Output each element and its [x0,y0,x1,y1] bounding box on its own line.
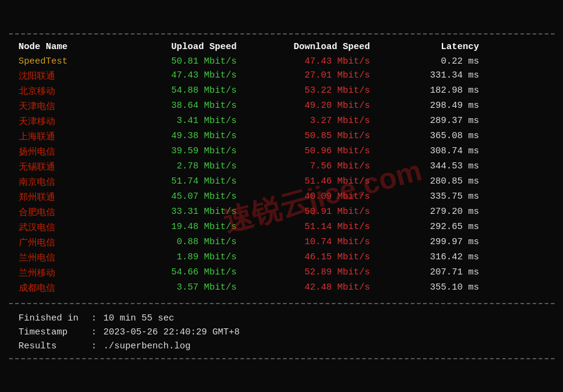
cell-download: 10.74 Mbit/s [249,237,382,248]
table-body: SpeedTest 50.81 Mbit/s 47.43 Mbit/s 0.22… [19,55,545,296]
table-row: 无锡联通 2.78 Mbit/s 7.56 Mbit/s 344.53 ms [19,159,545,174]
cell-node: 兰州电信 [19,252,116,264]
footer-timestamp-label: Timestamp [19,327,92,337]
cell-latency: 279.20 ms [382,207,479,218]
cell-download: 47.43 Mbit/s [249,56,382,67]
cell-download: 40.09 Mbit/s [249,191,382,203]
cell-node: 合肥电信 [19,207,116,218]
table-row: 郑州联通 45.07 Mbit/s 40.09 Mbit/s 335.75 ms [19,190,545,205]
table-row: 武汉电信 19.48 Mbit/s 51.14 Mbit/s 292.65 ms [19,220,545,235]
cell-download: 7.56 Mbit/s [249,161,382,173]
cell-latency: 182.98 ms [382,85,479,97]
cell-node: 成都电信 [19,282,116,294]
cell-node: 无锡联通 [19,161,116,173]
table-row: 天津电信 38.64 Mbit/s 49.20 Mbit/s 298.49 ms [19,99,545,114]
cell-download: 3.27 Mbit/s [249,116,382,127]
table-header: Node Name Upload Speed Download Speed La… [19,39,545,55]
footer-finished-label: Finished in [19,313,92,324]
header-latency: Latency [382,42,479,52]
cell-download: 50.85 Mbit/s [249,131,382,142]
cell-latency: 308.74 ms [382,146,479,158]
cell-download: 51.46 Mbit/s [249,176,382,188]
cell-node: 武汉电信 [19,222,116,233]
header-upload: Upload Speed [116,42,249,52]
cell-download: 53.22 Mbit/s [249,85,382,97]
cell-upload: 49.38 Mbit/s [116,131,249,142]
cell-upload: 19.48 Mbit/s [116,222,249,233]
cell-node: 天津移动 [19,116,116,127]
footer-colon-1: : [92,313,104,324]
header-download: Download Speed [249,42,382,52]
footer-timestamp-row: Timestamp : 2023-05-26 22:40:29 GMT+8 [19,325,545,339]
cell-latency: 344.53 ms [382,161,479,173]
cell-node: 扬州电信 [19,146,116,158]
table-row: 沈阳联通 47.43 Mbit/s 27.01 Mbit/s 331.34 ms [19,68,545,84]
cell-upload: 33.31 Mbit/s [116,207,249,218]
cell-latency: 207.71 ms [382,267,479,279]
cell-node: 天津电信 [19,101,116,112]
cell-upload: 50.81 Mbit/s [116,56,249,67]
table-row: 广州电信 0.88 Mbit/s 10.74 Mbit/s 299.97 ms [19,235,545,250]
table-row: 兰州移动 54.66 Mbit/s 52.89 Mbit/s 207.71 ms [19,265,545,281]
cell-latency: 316.42 ms [382,252,479,264]
table-row: 北京移动 54.88 Mbit/s 53.22 Mbit/s 182.98 ms [19,84,545,99]
table-row: 兰州电信 1.89 Mbit/s 46.15 Mbit/s 316.42 ms [19,250,545,265]
table-row: 扬州电信 39.59 Mbit/s 50.96 Mbit/s 308.74 ms [19,144,545,159]
cell-latency: 0.22 ms [382,56,479,67]
main-container: 速锐云jice.com Node Name Upload Speed Downl… [9,27,555,365]
cell-upload: 3.41 Mbit/s [116,116,249,127]
footer-colon-2: : [92,327,104,337]
cell-upload: 3.57 Mbit/s [116,282,249,294]
cell-node: 北京移动 [19,85,116,97]
footer-section: Finished in : 10 min 55 sec Timestamp : … [9,307,555,358]
footer-results-row: Results : ./superbench.log [19,339,545,353]
footer-results-value: ./superbench.log [104,341,191,351]
cell-latency: 289.37 ms [382,116,479,127]
cell-download: 49.20 Mbit/s [249,101,382,112]
cell-upload: 0.88 Mbit/s [116,237,249,248]
table-row: 成都电信 3.57 Mbit/s 42.48 Mbit/s 355.10 ms [19,281,545,296]
cell-download: 51.14 Mbit/s [249,222,382,233]
table-row: 上海联通 49.38 Mbit/s 50.85 Mbit/s 365.08 ms [19,129,545,144]
cell-download: 42.48 Mbit/s [249,282,382,294]
cell-node: 南京电信 [19,176,116,188]
cell-download: 52.89 Mbit/s [249,267,382,279]
header-node: Node Name [19,42,116,52]
footer-timestamp-value: 2023-05-26 22:40:29 GMT+8 [104,327,240,337]
footer-results-label: Results [19,341,92,351]
table-row: 合肥电信 33.31 Mbit/s 50.91 Mbit/s 279.20 ms [19,205,545,220]
footer-colon-3: : [92,341,104,351]
cell-upload: 54.66 Mbit/s [116,267,249,279]
cell-node: 兰州移动 [19,267,116,279]
cell-node: 广州电信 [19,237,116,248]
results-table: Node Name Upload Speed Download Speed La… [9,35,555,301]
cell-latency: 331.34 ms [382,70,479,82]
cell-download: 46.15 Mbit/s [249,252,382,264]
cell-latency: 335.75 ms [382,191,479,203]
table-row: SpeedTest 50.81 Mbit/s 47.43 Mbit/s 0.22… [19,55,545,68]
cell-latency: 292.65 ms [382,222,479,233]
cell-node: 郑州联通 [19,191,116,203]
cell-download: 27.01 Mbit/s [249,70,382,82]
cell-upload: 51.74 Mbit/s [116,176,249,188]
cell-latency: 280.85 ms [382,176,479,188]
cell-upload: 54.88 Mbit/s [116,85,249,97]
table-row: 南京电信 51.74 Mbit/s 51.46 Mbit/s 280.85 ms [19,174,545,190]
cell-node: SpeedTest [19,56,116,67]
table-row: 天津移动 3.41 Mbit/s 3.27 Mbit/s 289.37 ms [19,114,545,129]
cell-latency: 299.97 ms [382,237,479,248]
cell-upload: 38.64 Mbit/s [116,101,249,112]
bottom-border [9,358,555,359]
cell-latency: 298.49 ms [382,101,479,112]
cell-upload: 47.43 Mbit/s [116,70,249,82]
cell-upload: 45.07 Mbit/s [116,191,249,203]
cell-upload: 39.59 Mbit/s [116,146,249,158]
footer-finished-value: 10 min 55 sec [104,313,175,324]
cell-upload: 2.78 Mbit/s [116,161,249,173]
cell-latency: 355.10 ms [382,282,479,294]
section-divider [9,303,555,304]
cell-latency: 365.08 ms [382,131,479,142]
footer-finished-row: Finished in : 10 min 55 sec [19,311,545,325]
cell-download: 50.96 Mbit/s [249,146,382,158]
cell-node: 上海联通 [19,131,116,142]
